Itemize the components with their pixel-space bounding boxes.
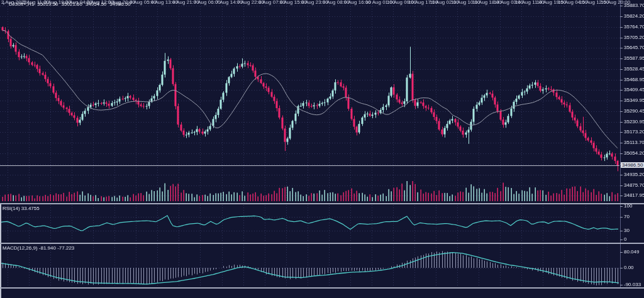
- price-axis-label: 35349.95: [624, 98, 644, 103]
- macd-axis-label: -90.033: [624, 282, 641, 287]
- rsi-axis-label: 0: [624, 237, 626, 242]
- price-axis-label: 35587.95: [624, 56, 644, 61]
- ohlc-open: 35019.50: [37, 1, 58, 7]
- price-axis-label: 35764.70: [624, 25, 644, 30]
- price-axis-label: 35173.20: [624, 130, 644, 135]
- pane-separator[interactable]: [0, 287, 644, 289]
- price-axis-label: 34875.70: [624, 183, 644, 188]
- time-axis-grip: [0, 289, 1, 298]
- symbol-marker-icon: ▼: [2, 1, 6, 7]
- current-price-tag: 34986.50: [621, 162, 644, 168]
- macd-axis-label: 80.049: [624, 250, 639, 255]
- price-axis-label: 34817.95: [624, 193, 644, 198]
- price-axis-label: 35705.20: [624, 35, 644, 40]
- pane-separator[interactable]: [0, 243, 644, 244]
- ohlc-close: 34986.50: [109, 1, 130, 7]
- chart-canvas[interactable]: [0, 0, 644, 298]
- chart-window: ▼ DJ30ft+,H1 35019.50 35021.50 34954.50 …: [0, 0, 644, 298]
- price-axis-label: 35645.70: [624, 45, 644, 50]
- time-axis-label: 15 Aug 20:00: [601, 0, 630, 5]
- price-axis-label: 34935.20: [624, 172, 644, 177]
- price-axis-label: 35054.20: [624, 151, 644, 156]
- price-axis-label: 35409.45: [624, 87, 644, 92]
- macd-axis-label: 0.00: [624, 265, 634, 270]
- ohlc-low: 34954.50: [86, 1, 106, 7]
- rsi-axis-label: 30: [624, 228, 630, 233]
- price-axis-label: 35113.70: [624, 140, 644, 145]
- price-axis-label: 35824.20: [624, 14, 644, 19]
- price-axis-label: 35468.95: [624, 77, 644, 82]
- macd-label: MACD(12,26,9) -81.940 -77.223: [3, 245, 74, 251]
- price-axis-label: 35230.95: [624, 119, 644, 124]
- rsi-label: RSI(14) 33.4755: [3, 206, 40, 211]
- macd-pane-grip[interactable]: [0, 244, 1, 287]
- rsi-pane-grip[interactable]: [0, 204, 1, 243]
- symbol-label: DJ30ft+,H1: [9, 1, 34, 7]
- price-axis-label: 35528.45: [624, 67, 644, 72]
- chart-title: ▼ DJ30ft+,H1 35019.50 35021.50 34954.50 …: [2, 1, 131, 7]
- rsi-axis-label: 70: [624, 214, 630, 219]
- rsi-axis-label: 100: [624, 204, 632, 209]
- pane-separator[interactable]: [0, 203, 644, 204]
- price-axis-label: 35290.45: [624, 109, 644, 114]
- ohlc-high: 35021.50: [62, 1, 82, 7]
